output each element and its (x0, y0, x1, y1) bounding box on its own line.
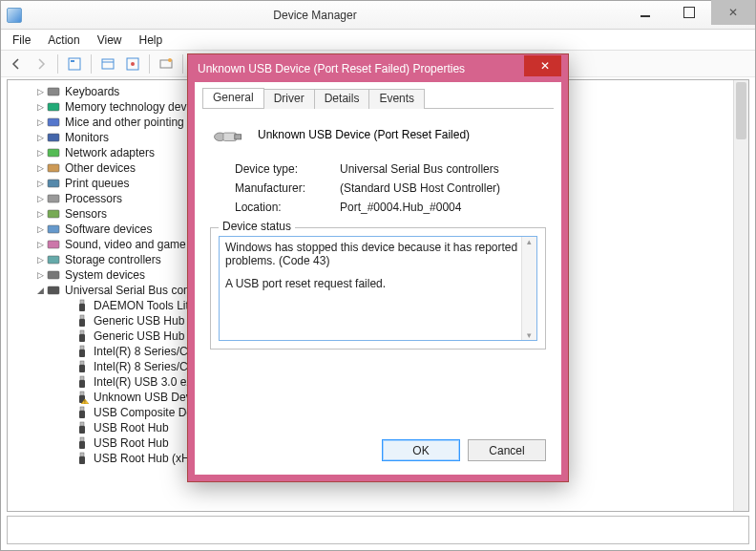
svg-rect-9 (48, 88, 59, 95)
status-scrollbar[interactable] (521, 237, 536, 340)
svg-rect-42 (79, 426, 85, 434)
category-icon (46, 192, 61, 205)
tree-toggle-icon[interactable]: ◢ (34, 286, 46, 295)
toolbar-separator (149, 54, 150, 74)
svg-rect-30 (79, 350, 85, 357)
svg-rect-24 (79, 304, 85, 311)
window-controls (623, 1, 755, 29)
category-label: Software devices (65, 223, 152, 236)
ok-button[interactable]: OK (382, 439, 460, 461)
tree-toggle-icon[interactable]: ▷ (34, 194, 46, 203)
properties-dialog: Unknown USB Device (Port Reset Failed) P… (187, 53, 569, 482)
device-type-value: Universal Serial Bus controllers (340, 162, 544, 176)
close-button[interactable] (711, 0, 755, 25)
status-line-2: A USB port reset request failed. (225, 277, 531, 290)
category-icon (46, 253, 61, 266)
category-icon (46, 161, 61, 175)
svg-rect-22 (48, 286, 59, 294)
tab-general[interactable]: General (202, 88, 264, 108)
category-label: Other devices (65, 161, 136, 175)
category-icon (46, 284, 61, 297)
category-label: Keyboards (65, 85, 119, 98)
svg-rect-2 (102, 59, 114, 69)
category-icon (46, 116, 61, 129)
category-icon (46, 177, 61, 190)
category-icon (46, 131, 61, 144)
svg-rect-15 (48, 180, 59, 187)
category-label: Print queues (65, 177, 129, 190)
svg-rect-19 (48, 241, 59, 248)
svg-rect-31 (80, 361, 84, 365)
titlebar: Device Manager (1, 1, 755, 30)
device-label: USB Root Hub (94, 421, 169, 434)
properties-button[interactable] (63, 53, 86, 74)
tab-details[interactable]: Details (314, 89, 370, 109)
device-status-text[interactable]: Windows has stopped this device because … (219, 236, 537, 341)
svg-rect-32 (79, 365, 85, 372)
dialog-body: General Driver Details Events Unknown US… (195, 82, 561, 475)
tb-icon-1[interactable] (96, 53, 119, 74)
svg-rect-18 (48, 225, 59, 233)
close-icon: ✕ (540, 59, 550, 73)
svg-rect-20 (48, 256, 59, 264)
menu-view[interactable]: View (90, 32, 130, 49)
dialog-buttons: OK Cancel (382, 439, 546, 461)
nav-forward-button[interactable] (30, 53, 52, 74)
device-label: USB Root Hub (94, 436, 169, 450)
menu-help[interactable]: Help (132, 32, 171, 49)
tree-toggle-icon[interactable]: ▷ (34, 87, 46, 96)
tree-toggle-icon[interactable]: ▷ (34, 209, 46, 219)
tb-icon-2[interactable] (121, 53, 144, 74)
category-label: System devices (65, 268, 145, 282)
minimize-button[interactable] (623, 0, 667, 25)
category-icon (46, 146, 61, 159)
device-name: Unknown USB Device (Port Reset Failed) (258, 128, 470, 141)
dialog-tabs: General Driver Details Events (202, 88, 554, 109)
tree-toggle-icon[interactable]: ▷ (34, 270, 46, 280)
svg-point-5 (131, 62, 135, 66)
toolbar-separator (57, 54, 58, 74)
svg-rect-23 (80, 300, 84, 304)
nav-back-button[interactable] (5, 53, 28, 74)
scrollbar-thumb[interactable] (736, 82, 746, 139)
usb-icon (74, 452, 90, 465)
vertical-scrollbar[interactable] (733, 80, 748, 511)
tree-toggle-icon[interactable]: ▷ (34, 148, 46, 158)
dialog-close-button[interactable]: ✕ (524, 55, 566, 76)
tree-toggle-icon[interactable]: ▷ (34, 102, 46, 112)
menu-action[interactable]: Action (40, 32, 87, 49)
toolbar-separator (182, 54, 183, 74)
tree-toggle-icon[interactable]: ▷ (34, 163, 46, 173)
tree-toggle-icon[interactable]: ▷ (34, 179, 46, 188)
category-icon (46, 223, 61, 236)
tree-toggle-icon[interactable]: ▷ (34, 117, 46, 127)
dialog-titlebar[interactable]: Unknown USB Device (Port Reset Failed) P… (188, 54, 568, 82)
usb-icon (74, 421, 90, 434)
usb-icon (74, 329, 90, 343)
cancel-button[interactable]: Cancel (468, 439, 546, 461)
usb-icon: ! (74, 391, 90, 404)
svg-rect-25 (80, 315, 84, 319)
tree-toggle-icon[interactable]: ▷ (34, 224, 46, 234)
tab-driver[interactable]: Driver (263, 89, 315, 109)
maximize-button[interactable] (667, 0, 711, 25)
svg-rect-0 (69, 58, 80, 70)
tree-toggle-icon[interactable]: ▷ (34, 133, 46, 142)
category-label: Sensors (65, 207, 107, 221)
svg-rect-1 (71, 60, 74, 62)
tb-icon-3[interactable] (155, 53, 178, 74)
svg-rect-43 (80, 437, 84, 441)
device-status-legend: Device status (219, 220, 295, 233)
menubar: File Action View Help (1, 30, 755, 51)
device-type-label: Device type: (235, 162, 340, 176)
location-value: Port_#0004.Hub_#0004 (340, 201, 544, 214)
menu-file[interactable]: File (5, 32, 38, 49)
tree-toggle-icon[interactable]: ▷ (34, 240, 46, 249)
usb-device-icon (212, 122, 244, 147)
tree-toggle-icon[interactable]: ▷ (34, 255, 46, 265)
tab-events[interactable]: Events (368, 89, 425, 109)
svg-rect-16 (48, 195, 59, 202)
usb-icon (74, 436, 90, 450)
device-label: Generic USB Hub (94, 329, 184, 343)
svg-rect-34 (79, 380, 85, 388)
